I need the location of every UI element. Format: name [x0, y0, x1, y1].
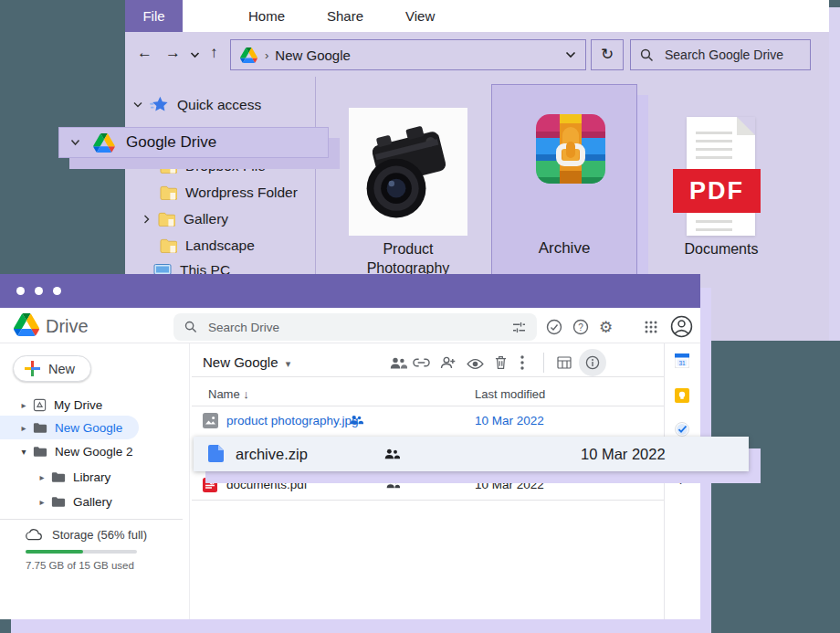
- drive-sidebar-divider: [189, 343, 190, 619]
- storage-label: Storage (56% full): [52, 528, 147, 542]
- current-folder-menu[interactable]: New Google ▾: [203, 354, 290, 370]
- storage-section[interactable]: Storage (56% full): [26, 528, 147, 542]
- sidebar-item-new-google[interactable]: ▸ New Google: [16, 416, 122, 439]
- google-apps-grid-icon[interactable]: [645, 321, 657, 333]
- breadcrumb-separator: ›: [265, 48, 268, 62]
- image-file-icon: [203, 413, 218, 428]
- pdf-badge: PDF: [673, 169, 761, 213]
- caret-down-icon[interactable]: ▾: [16, 447, 31, 457]
- storage-detail: 7.75 GB of 15 GB used: [26, 560, 134, 571]
- shared-people-icon: [350, 415, 363, 425]
- tab-share[interactable]: Share: [314, 0, 376, 32]
- sidebar-item-quick-access[interactable]: Quick access: [133, 96, 261, 113]
- chevron-down-icon[interactable]: [133, 101, 142, 108]
- sidebar-item-new-google-2[interactable]: ▾ New Google 2: [16, 439, 133, 463]
- caret-right-icon[interactable]: ▸: [16, 423, 31, 433]
- dragged-file-row-archive[interactable]: archive.zip 10 Mar 2022: [194, 437, 749, 471]
- sidebar-item-gallery[interactable]: Gallery: [143, 211, 228, 227]
- tab-view[interactable]: View: [393, 0, 447, 32]
- availability-check-icon[interactable]: [546, 319, 562, 335]
- sidebar-item-landscape[interactable]: Landscape: [160, 237, 255, 254]
- sidebar-item-library[interactable]: ▸ Library: [35, 465, 110, 489]
- grid-view-icon[interactable]: [557, 356, 572, 369]
- file-label-archive[interactable]: Archive: [509, 238, 619, 258]
- details-info-icon[interactable]: [579, 349, 606, 376]
- drive-title-bar: [0, 274, 700, 308]
- row-divider: [192, 376, 664, 377]
- column-header-name[interactable]: Name ↓: [208, 387, 249, 401]
- google-keep-icon[interactable]: [675, 388, 689, 403]
- forward-arrow-icon[interactable]: →: [165, 44, 181, 62]
- last-modified-date: 10 Mar 2022: [581, 446, 666, 463]
- caret-right-icon[interactable]: ▸: [35, 497, 49, 507]
- quick-access-star-icon: [150, 96, 169, 113]
- add-person-icon[interactable]: [440, 356, 456, 369]
- settings-gear-icon[interactable]: ⚙: [599, 318, 613, 337]
- google-drive-label: Google Drive: [126, 133, 216, 152]
- google-calendar-icon[interactable]: 31: [675, 353, 689, 368]
- file-thumbnail-product-photography[interactable]: [349, 108, 467, 236]
- file-row-product-photography[interactable]: product photography.jpg 10 Mar 2022: [192, 406, 664, 437]
- camera-image: [349, 108, 467, 236]
- window-control-dot[interactable]: [53, 287, 61, 295]
- caret-right-icon[interactable]: ▸: [16, 400, 31, 410]
- caret-right-icon[interactable]: ▸: [35, 472, 49, 482]
- document-text-line: [696, 156, 732, 159]
- address-bar[interactable]: › New Google: [230, 39, 586, 70]
- document-text-line: [696, 220, 732, 223]
- document-text-line: [696, 140, 732, 142]
- tab-home[interactable]: Home: [236, 0, 298, 32]
- address-dropdown-chevron-icon[interactable]: [565, 51, 576, 58]
- more-options-icon[interactable]: [520, 355, 524, 370]
- sidebar-item-wordpress-folder[interactable]: Wordpress Folder: [160, 185, 298, 201]
- trash-icon[interactable]: [495, 355, 507, 370]
- sidebar-item-my-drive[interactable]: ▸ My Drive: [16, 393, 102, 417]
- back-arrow-icon[interactable]: ←: [137, 44, 152, 62]
- search-options-tune-icon[interactable]: [512, 322, 526, 333]
- sidebar-item-google-drive[interactable]: Google Drive: [58, 127, 329, 158]
- storage-progress-fill: [26, 550, 83, 554]
- folder-icon: [33, 422, 47, 434]
- new-button[interactable]: New: [13, 355, 91, 382]
- up-arrow-icon[interactable]: ↑: [210, 44, 218, 62]
- chevron-right-icon[interactable]: [143, 215, 150, 224]
- google-tasks-icon[interactable]: [675, 422, 689, 437]
- sidebar-item-label: Gallery: [73, 495, 112, 509]
- recent-locations-chevron-icon[interactable]: [190, 51, 200, 58]
- winrar-archive-icon[interactable]: [536, 114, 605, 184]
- window-control-dot[interactable]: [35, 287, 43, 295]
- file-label-product-photography[interactable]: Product Photography: [340, 239, 477, 278]
- quick-access-label: Quick access: [177, 97, 261, 113]
- folder-label: Landscape: [185, 237, 255, 254]
- drive-search-bar[interactable]: Search Drive: [173, 313, 537, 341]
- drive-logo-icon[interactable]: [14, 313, 39, 336]
- window-control-dot[interactable]: [16, 287, 25, 295]
- file-label-documents[interactable]: Documents: [667, 239, 776, 258]
- file-name-link[interactable]: product photography.jpg: [226, 414, 359, 427]
- help-icon[interactable]: ?: [572, 319, 589, 335]
- document-text-line: [696, 148, 732, 151]
- share-people-icon[interactable]: [390, 357, 407, 369]
- explorer-search-box[interactable]: Search Google Drive: [630, 39, 811, 70]
- svg-text:31: 31: [678, 360, 686, 366]
- search-icon: [184, 321, 197, 333]
- account-avatar[interactable]: [670, 315, 693, 338]
- preview-eye-icon[interactable]: [467, 358, 484, 370]
- refresh-button[interactable]: ↻: [591, 39, 624, 70]
- tab-file[interactable]: File: [125, 0, 183, 32]
- drive-wordmark[interactable]: Drive: [46, 316, 89, 337]
- folder-icon: [160, 185, 177, 200]
- folder-icon: [51, 471, 66, 483]
- column-header-last-modified[interactable]: Last modified: [475, 387, 545, 401]
- folder-icon: [33, 446, 47, 458]
- chevron-down-icon[interactable]: [70, 139, 80, 146]
- folder-label: Gallery: [184, 211, 228, 227]
- last-modified-date: 10 Mar 2022: [475, 414, 544, 427]
- sidebar-item-label: Library: [73, 470, 110, 484]
- new-button-label: New: [48, 362, 75, 376]
- folder-icon: [158, 212, 175, 227]
- sidebar-item-gallery[interactable]: ▸ Gallery: [35, 490, 112, 513]
- sidebar-item-label: My Drive: [54, 398, 102, 412]
- breadcrumb-path: New Google: [275, 47, 351, 63]
- get-link-icon[interactable]: [413, 358, 430, 367]
